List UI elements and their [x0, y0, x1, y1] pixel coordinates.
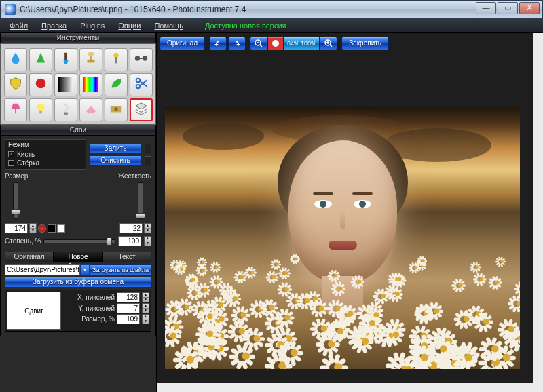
clear-options-button[interactable]: [145, 156, 151, 165]
canvas-area[interactable]: Оригинал 64% 100%: [157, 33, 543, 392]
size-label: Размер: [5, 172, 28, 180]
tool-gradient-rainbow[interactable]: [79, 73, 102, 96]
size-spinner[interactable]: ▲▼: [29, 223, 37, 233]
tool-lamp[interactable]: [4, 98, 27, 121]
menu-edit[interactable]: Правка: [36, 20, 72, 31]
svg-point-13: [37, 104, 44, 111]
tool-dumbbell[interactable]: [130, 48, 153, 71]
window-maximize-button[interactable]: ▭: [498, 2, 518, 14]
param-y-input[interactable]: -7: [117, 303, 140, 313]
param-size-spinner[interactable]: ▲▼: [142, 314, 149, 324]
hardness-input[interactable]: 22: [119, 223, 143, 233]
menu-options[interactable]: Опции: [113, 20, 146, 31]
drop-icon: [8, 51, 23, 68]
daisy-decoration: [279, 309, 297, 328]
param-y-spinner[interactable]: ▲▼: [142, 303, 149, 313]
tool-gradient-bw[interactable]: [54, 73, 77, 96]
daisy-decoration: [376, 289, 391, 304]
size-input[interactable]: 174: [5, 223, 28, 233]
tool-layers[interactable]: [130, 98, 153, 121]
tab-text[interactable]: Текст: [102, 252, 151, 262]
tool-scissors[interactable]: [130, 73, 153, 96]
mode-box: Режим ✓ Кисть Стёрка: [5, 139, 86, 170]
daisy-decoration: [331, 271, 342, 282]
mode-eraser-checkbox[interactable]: Стёрка: [8, 159, 83, 168]
swatch-black-icon[interactable]: [48, 224, 56, 233]
svg-rect-12: [15, 109, 16, 113]
daisy-decoration: [165, 326, 184, 347]
zoom-reset-button[interactable]: [267, 37, 284, 50]
degree-input[interactable]: 100: [118, 236, 141, 246]
tab-new-image[interactable]: Новое изображение: [54, 252, 102, 262]
tool-pin[interactable]: [105, 48, 128, 71]
param-x-input[interactable]: 128: [117, 292, 140, 302]
red-circle-icon: [33, 76, 48, 94]
daisy-decoration: [281, 267, 292, 278]
fill-options-button[interactable]: [145, 144, 151, 153]
svg-point-17: [114, 107, 118, 111]
window-titlebar: C:\Users\Друг\Pictures\г.png - 1015x640 …: [0, 0, 543, 19]
svg-point-4: [113, 53, 118, 58]
tool-leaf[interactable]: [105, 73, 128, 96]
update-available-link[interactable]: Доступна новая версия: [200, 20, 292, 31]
menu-file[interactable]: Файл: [4, 20, 33, 31]
tool-eraser[interactable]: [79, 98, 102, 121]
toolbar-original-button[interactable]: Оригинал: [160, 37, 205, 50]
daisy-decoration: [228, 292, 243, 307]
daisy-decoration: [314, 300, 330, 317]
daisy-decoration: [212, 262, 222, 272]
gradient-bw-icon: [58, 77, 73, 92]
swatch-red-icon[interactable]: [38, 224, 46, 233]
fill-button[interactable]: Залить: [89, 143, 142, 154]
daisy-decoration: [491, 277, 504, 290]
daisy-decoration: [273, 260, 283, 270]
hardness-label: Жесткость: [118, 172, 151, 180]
param-x-spinner[interactable]: ▲▼: [142, 292, 149, 302]
hardness-slider[interactable]: [138, 182, 143, 219]
zoom-out-button[interactable]: [250, 37, 267, 50]
degree-slider[interactable]: [43, 239, 115, 243]
tool-shield[interactable]: [4, 73, 27, 96]
daisy-decoration: [326, 355, 352, 369]
mode-brush-checkbox[interactable]: ✓ Кисть: [8, 150, 83, 159]
load-from-file-button[interactable]: Загрузить из файла: [90, 264, 151, 275]
tab-original[interactable]: Оригинал: [5, 252, 54, 262]
tool-money[interactable]: [105, 98, 128, 121]
bulb-icon: [33, 101, 48, 119]
redo-button[interactable]: [228, 37, 246, 50]
window-close-button[interactable]: X: [519, 2, 540, 14]
param-size-input[interactable]: 109: [117, 314, 140, 324]
degree-spinner[interactable]: ▲▼: [144, 236, 151, 246]
tool-cone[interactable]: [29, 48, 52, 71]
tool-bulb[interactable]: [29, 98, 52, 121]
tools-panel-header: Инструменты: [0, 33, 156, 43]
hardness-spinner[interactable]: ▲▼: [144, 223, 151, 233]
zoom-level-display[interactable]: 64% 100%: [284, 37, 320, 50]
svg-rect-1: [87, 60, 94, 63]
menu-plugins[interactable]: Plugins: [75, 20, 110, 31]
tool-drop[interactable]: [4, 48, 27, 71]
window-title: C:\Users\Друг\Pictures\г.png - 1015x640 …: [20, 5, 246, 14]
tool-cfl[interactable]: [54, 98, 77, 121]
tool-stamp[interactable]: [79, 48, 102, 71]
undo-button[interactable]: [209, 37, 227, 50]
file-dropdown-button[interactable]: ▼: [80, 264, 90, 275]
layers-icon: [134, 101, 149, 119]
daisy-decoration: [283, 342, 306, 365]
menu-help[interactable]: Помощь: [149, 20, 189, 31]
shift-preview[interactable]: Сдвиг: [7, 292, 61, 330]
file-path-field[interactable]: C:\Users\Друг\Pictures\foto на ▾: [5, 264, 80, 275]
toolbar-pin-button[interactable]: Закрепить: [341, 37, 389, 50]
zoom-in-button[interactable]: [320, 37, 337, 50]
checkbox-icon: [8, 160, 14, 166]
window-minimize-button[interactable]: —: [476, 2, 496, 14]
tool-red-circle[interactable]: [29, 73, 52, 96]
size-slider[interactable]: [13, 182, 18, 219]
daisy-decoration: [179, 299, 195, 315]
load-from-clipboard-button[interactable]: Загрузить из буфера обмена: [5, 277, 151, 288]
scissors-icon: [134, 76, 149, 94]
swatch-white-icon[interactable]: [57, 224, 65, 233]
tool-brush[interactable]: [54, 48, 77, 71]
clear-button[interactable]: Очистить: [89, 155, 142, 166]
daisy-decoration: [264, 300, 280, 316]
